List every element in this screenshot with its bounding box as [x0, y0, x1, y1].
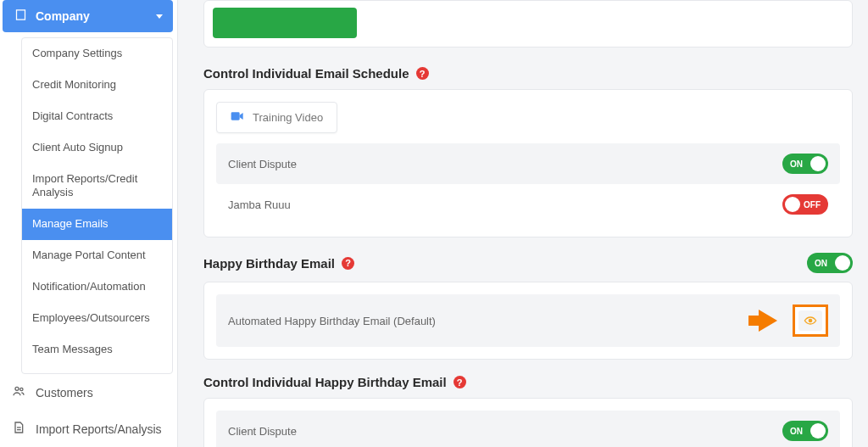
sidebar-item-import-reports[interactable]: Import Reports/Credit Analysis	[22, 164, 172, 210]
green-button[interactable]	[213, 8, 357, 38]
sidebar-label: Import Reports/Analysis	[36, 422, 162, 436]
svg-point-12	[809, 319, 811, 321]
section-title-text: Control Individual Happy Birthday Email	[203, 375, 447, 389]
schedule-row: Client Dispute ON	[216, 143, 840, 184]
main-content: Control Individual Email Schedule ? Trai…	[178, 0, 868, 447]
toggle-knob	[810, 423, 826, 439]
birthday-row: Automated Happy Birthday Email (Default)	[216, 294, 840, 347]
callout-arrow-icon	[759, 310, 777, 332]
row-label: Automated Happy Birthday Email (Default)	[228, 315, 436, 327]
users-icon	[12, 384, 25, 400]
sidebar-item-digital-contracts[interactable]: Digital Contracts	[22, 101, 172, 132]
sidebar-item-letter-vault[interactable]: Letter Vault	[22, 366, 172, 374]
section-title-birthday-control: Control Individual Happy Birthday Email …	[203, 375, 853, 389]
schedule-card: Training Video Client Dispute ON Jamba R…	[203, 89, 853, 237]
toggle-on[interactable]: ON	[807, 253, 853, 273]
toggle-knob	[785, 197, 800, 212]
help-icon[interactable]: ?	[416, 67, 429, 80]
schedule-row: Jamba Ruuu OFF	[216, 184, 840, 225]
callout-highlight	[793, 305, 828, 337]
training-video-button[interactable]: Training Video	[216, 102, 337, 133]
birthday-card: Automated Happy Birthday Email (Default)	[203, 282, 853, 360]
row-label: Client Dispute	[228, 158, 297, 170]
row-label: Client Dispute	[228, 425, 297, 438]
sidebar-label: Customers	[36, 386, 93, 400]
document-icon	[12, 421, 25, 437]
preview-button[interactable]	[798, 310, 822, 331]
toggle-label: ON	[790, 159, 803, 169]
chevron-down-icon	[156, 14, 163, 19]
toggle-on[interactable]: ON	[782, 421, 828, 441]
sidebar-item-manage-emails[interactable]: Manage Emails	[22, 209, 172, 240]
sidebar-item-client-auto-signup[interactable]: Client Auto Signup	[22, 132, 172, 164]
sidebar-item-employees[interactable]: Employees/Outsourcers	[22, 303, 172, 334]
sidebar-item-import-analysis[interactable]: Import Reports/Analysis	[0, 411, 177, 447]
birthday-control-row: Client Dispute ON	[216, 411, 840, 447]
svg-point-8	[20, 388, 23, 390]
toggle-label: ON	[815, 259, 827, 268]
sidebar-company-header[interactable]: Company	[3, 0, 173, 32]
svg-rect-11	[231, 112, 240, 120]
sidebar-item-customers[interactable]: Customers	[0, 374, 177, 411]
section-title-text: Control Individual Email Schedule	[203, 66, 409, 81]
toggle-on[interactable]: ON	[782, 154, 828, 174]
svg-point-7	[15, 387, 19, 390]
svg-rect-0	[17, 10, 25, 20]
building-icon	[14, 8, 27, 24]
section-title-text: Happy Birthday Email	[203, 256, 335, 271]
sidebar-item-notification-automation[interactable]: Notification/Automation	[22, 271, 172, 303]
sidebar-item-manage-portal[interactable]: Manage Portal Content	[22, 240, 172, 271]
sidebar: Company Company Settings Credit Monitori…	[0, 0, 178, 447]
birthday-control-card: Client Dispute ON Jamba Ruuu ON	[203, 398, 853, 447]
sidebar-header-label: Company	[36, 9, 90, 23]
toggle-label: ON	[790, 427, 803, 436]
toggle-knob	[810, 156, 826, 171]
video-icon	[231, 111, 244, 124]
row-label: Jamba Ruuu	[228, 198, 291, 211]
toggle-off[interactable]: OFF	[782, 194, 828, 215]
sidebar-item-team-messages[interactable]: Team Messages	[22, 334, 172, 366]
toggle-label: OFF	[804, 200, 821, 210]
section-title-birthday: Happy Birthday Email ? ON	[203, 253, 853, 273]
sidebar-submenu: Company Settings Credit Monitoring Digit…	[21, 37, 173, 374]
help-icon[interactable]: ?	[342, 257, 354, 270]
help-icon[interactable]: ?	[453, 376, 466, 388]
sidebar-item-credit-monitoring[interactable]: Credit Monitoring	[22, 70, 172, 101]
top-card	[203, 0, 853, 47]
training-video-label: Training Video	[253, 111, 323, 124]
sidebar-item-company-settings[interactable]: Company Settings	[22, 38, 172, 70]
section-title-schedule: Control Individual Email Schedule ?	[203, 66, 853, 81]
toggle-knob	[835, 255, 850, 271]
